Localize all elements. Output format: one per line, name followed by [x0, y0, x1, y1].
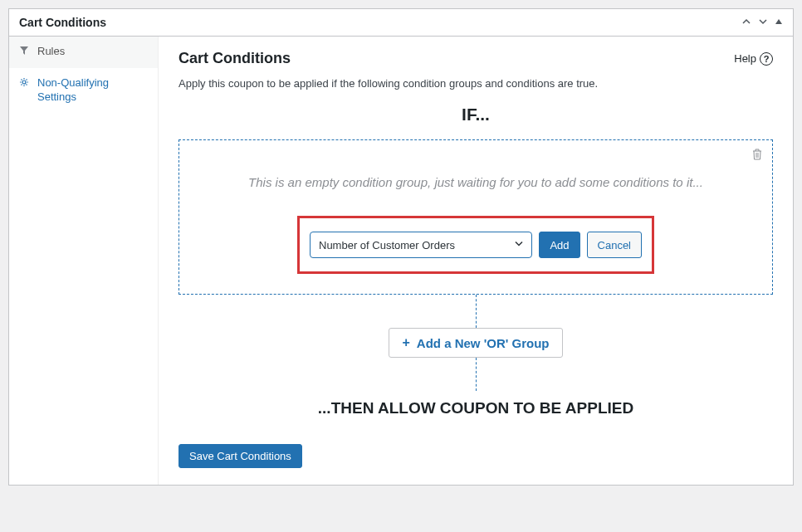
- collapse-triangle-icon[interactable]: [775, 17, 783, 28]
- add-group-label: Add a New 'OR' Group: [417, 336, 550, 350]
- help-link[interactable]: Help ?: [734, 52, 773, 66]
- help-icon: ?: [760, 52, 773, 66]
- empty-group-message: This is an empty condition group, just w…: [193, 175, 759, 189]
- help-label: Help: [734, 52, 756, 65]
- sidebar-item-non-qualifying[interactable]: Non-Qualifying Settings: [9, 68, 158, 113]
- trash-icon[interactable]: [752, 149, 762, 163]
- condition-type-select[interactable]: Number of Customer Orders: [310, 232, 532, 258]
- chevron-down-icon[interactable]: [758, 17, 768, 29]
- add-condition-highlight: Number of Customer Orders Add Cancel: [297, 216, 654, 274]
- funnel-icon: [19, 46, 31, 60]
- svg-point-0: [22, 81, 26, 84]
- add-button[interactable]: Add: [539, 232, 579, 258]
- panel-header-controls: [741, 17, 783, 29]
- main-title: Cart Conditions: [178, 50, 291, 67]
- condition-select-wrap: Number of Customer Orders: [310, 232, 532, 258]
- main-content: Cart Conditions Help ? Apply this coupon…: [159, 37, 793, 485]
- add-or-group-button[interactable]: + Add a New 'OR' Group: [389, 328, 564, 358]
- connector-line: [476, 358, 477, 391]
- panel-title: Cart Conditions: [19, 16, 106, 29]
- description-text: Apply this coupon to be applied if the f…: [178, 77, 773, 90]
- sidebar-item-label: Rules: [37, 45, 65, 59]
- plus-icon: +: [403, 335, 410, 350]
- sidebar-item-label: Non-Qualifying Settings: [37, 76, 148, 105]
- panel-body: Rules Non-Qualifying Settings Cart Condi…: [9, 37, 793, 485]
- gear-icon: [19, 77, 31, 91]
- chevron-up-icon[interactable]: [741, 17, 751, 29]
- panel-header: Cart Conditions: [9, 9, 793, 37]
- sidebar: Rules Non-Qualifying Settings: [9, 37, 159, 485]
- cart-conditions-panel: Cart Conditions Rules: [8, 8, 794, 486]
- condition-group: This is an empty condition group, just w…: [178, 139, 773, 295]
- then-label: ...THEN ALLOW COUPON TO BE APPLIED: [178, 399, 773, 417]
- save-button[interactable]: Save Cart Conditions: [178, 444, 302, 468]
- connector-line: [476, 295, 477, 328]
- footer: Save Cart Conditions: [178, 424, 773, 468]
- sidebar-item-rules[interactable]: Rules: [9, 37, 158, 68]
- if-label: IF...: [178, 105, 773, 124]
- cancel-button[interactable]: Cancel: [587, 232, 642, 258]
- main-header: Cart Conditions Help ?: [178, 50, 773, 67]
